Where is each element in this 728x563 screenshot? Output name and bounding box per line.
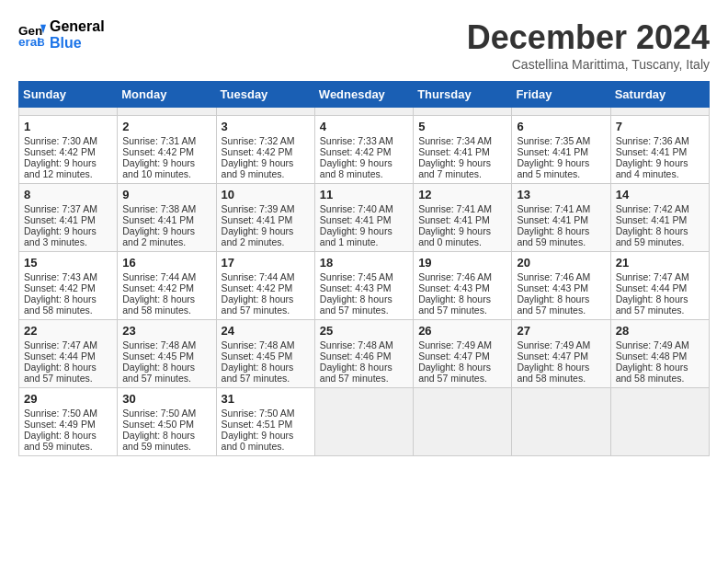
calendar-cell [414, 108, 512, 116]
day-info: Sunrise: 7:50 AM [122, 408, 210, 419]
weekday-header-wednesday: Wednesday [314, 82, 413, 108]
day-info: Daylight: 9 hours and 0 minutes. [222, 430, 310, 452]
day-info: Daylight: 9 hours and 10 minutes. [122, 157, 210, 179]
day-info: Sunrise: 7:50 AM [222, 408, 310, 419]
svg-text:B: B [38, 37, 45, 48]
calendar-cell [512, 108, 610, 116]
day-info: Daylight: 8 hours and 57 minutes. [24, 362, 112, 384]
weekday-header-tuesday: Tuesday [216, 82, 314, 108]
day-info: Sunset: 4:41 PM [24, 214, 112, 225]
day-number: 25 [320, 324, 408, 338]
calendar-cell [414, 388, 512, 456]
calendar-cell: 7Sunrise: 7:36 AMSunset: 4:41 PMDaylight… [610, 116, 709, 184]
day-number: 26 [418, 324, 506, 338]
day-number: 18 [320, 256, 408, 270]
day-number: 9 [122, 188, 210, 201]
calendar-cell: 15Sunrise: 7:43 AMSunset: 4:42 PMDayligh… [19, 252, 118, 320]
day-info: Sunrise: 7:41 AM [517, 203, 605, 214]
calendar-cell: 10Sunrise: 7:39 AMSunset: 4:41 PMDayligh… [216, 184, 314, 252]
calendar-cell: 26Sunrise: 7:49 AMSunset: 4:47 PMDayligh… [414, 320, 512, 388]
day-info: Sunrise: 7:48 AM [122, 339, 210, 350]
title-area: December 2024 Castellina Marittima, Tusc… [467, 18, 710, 72]
day-info: Daylight: 9 hours and 2 minutes. [222, 225, 310, 247]
day-number: 28 [616, 324, 704, 338]
day-info: Sunrise: 7:48 AM [320, 339, 408, 350]
calendar-cell: 17Sunrise: 7:44 AMSunset: 4:42 PMDayligh… [216, 252, 314, 320]
calendar-cell: 29Sunrise: 7:50 AMSunset: 4:49 PMDayligh… [19, 388, 118, 456]
day-info: Sunset: 4:41 PM [418, 146, 506, 157]
day-info: Sunrise: 7:47 AM [24, 339, 112, 350]
day-info: Sunset: 4:48 PM [616, 350, 704, 362]
day-info: Sunset: 4:47 PM [517, 350, 605, 362]
day-number: 6 [517, 120, 605, 133]
day-info: Sunrise: 7:39 AM [222, 203, 310, 214]
calendar-cell [610, 388, 709, 456]
day-info: Sunrise: 7:47 AM [616, 271, 704, 282]
day-info: Daylight: 8 hours and 58 minutes. [517, 362, 605, 384]
day-info: Sunrise: 7:36 AM [616, 135, 704, 146]
day-info: Sunrise: 7:48 AM [222, 339, 310, 350]
day-number: 29 [24, 392, 112, 406]
weekday-header-monday: Monday [118, 82, 216, 108]
day-number: 5 [418, 120, 506, 133]
day-info: Daylight: 9 hours and 2 minutes. [122, 225, 210, 247]
day-info: Daylight: 9 hours and 5 minutes. [517, 157, 605, 179]
calendar-cell: 4Sunrise: 7:33 AMSunset: 4:42 PMDaylight… [314, 116, 413, 184]
calendar-cell: 14Sunrise: 7:42 AMSunset: 4:41 PMDayligh… [610, 184, 709, 252]
day-number: 1 [24, 120, 112, 133]
calendar-cell: 1Sunrise: 7:30 AMSunset: 4:42 PMDaylight… [19, 116, 118, 184]
day-info: Daylight: 8 hours and 57 minutes. [222, 362, 310, 384]
day-number: 8 [24, 188, 112, 201]
month-title: December 2024 [467, 18, 710, 57]
day-info: Sunrise: 7:41 AM [418, 203, 506, 214]
calendar-table: SundayMondayTuesdayWednesdayThursdayFrid… [18, 81, 710, 456]
day-info: Sunrise: 7:31 AM [122, 135, 210, 146]
day-number: 12 [418, 188, 506, 201]
weekday-header-saturday: Saturday [610, 82, 709, 108]
day-number: 20 [517, 256, 605, 270]
calendar-cell: 20Sunrise: 7:46 AMSunset: 4:43 PMDayligh… [512, 252, 610, 320]
day-info: Sunrise: 7:49 AM [616, 339, 704, 350]
day-info: Sunset: 4:41 PM [418, 214, 506, 225]
calendar-cell: 30Sunrise: 7:50 AMSunset: 4:50 PMDayligh… [118, 388, 216, 456]
day-info: Sunset: 4:41 PM [222, 214, 310, 225]
day-info: Sunrise: 7:44 AM [122, 271, 210, 282]
day-number: 23 [122, 324, 210, 338]
day-number: 24 [222, 324, 310, 338]
day-info: Sunset: 4:42 PM [24, 146, 112, 157]
day-info: Sunset: 4:46 PM [320, 350, 408, 362]
calendar-cell: 23Sunrise: 7:48 AMSunset: 4:45 PMDayligh… [118, 320, 216, 388]
day-number: 30 [122, 392, 210, 406]
day-info: Sunrise: 7:49 AM [418, 339, 506, 350]
day-info: Sunrise: 7:35 AM [517, 135, 605, 146]
day-info: Daylight: 9 hours and 7 minutes. [418, 157, 506, 179]
day-info: Sunset: 4:42 PM [122, 282, 210, 293]
day-info: Daylight: 8 hours and 59 minutes. [24, 430, 112, 452]
calendar-header: SundayMondayTuesdayWednesdayThursdayFrid… [19, 82, 710, 108]
day-info: Sunset: 4:41 PM [517, 146, 605, 157]
logo-text-line2: Blue [50, 35, 105, 52]
day-info: Sunset: 4:41 PM [122, 214, 210, 225]
day-info: Sunset: 4:42 PM [320, 146, 408, 157]
day-info: Sunset: 4:44 PM [24, 350, 112, 362]
calendar-cell: 18Sunrise: 7:45 AMSunset: 4:43 PMDayligh… [314, 252, 413, 320]
day-info: Sunrise: 7:38 AM [122, 203, 210, 214]
calendar-cell [314, 388, 413, 456]
calendar-cell: 2Sunrise: 7:31 AMSunset: 4:42 PMDaylight… [118, 116, 216, 184]
day-info: Daylight: 9 hours and 4 minutes. [616, 157, 704, 179]
location-subtitle: Castellina Marittima, Tuscany, Italy [467, 57, 710, 72]
day-number: 3 [222, 120, 310, 133]
calendar-cell: 6Sunrise: 7:35 AMSunset: 4:41 PMDaylight… [512, 116, 610, 184]
calendar-week-3: 8Sunrise: 7:37 AMSunset: 4:41 PMDaylight… [19, 184, 710, 252]
calendar-cell: 31Sunrise: 7:50 AMSunset: 4:51 PMDayligh… [216, 388, 314, 456]
logo-text-line1: General [50, 18, 105, 35]
calendar-week-4: 15Sunrise: 7:43 AMSunset: 4:42 PMDayligh… [19, 252, 710, 320]
calendar-cell: 5Sunrise: 7:34 AMSunset: 4:41 PMDaylight… [414, 116, 512, 184]
day-info: Sunrise: 7:50 AM [24, 408, 112, 419]
day-info: Sunrise: 7:34 AM [418, 135, 506, 146]
day-info: Daylight: 9 hours and 12 minutes. [24, 157, 112, 179]
day-number: 31 [222, 392, 310, 406]
day-number: 7 [616, 120, 704, 133]
day-info: Sunset: 4:41 PM [616, 214, 704, 225]
day-info: Sunset: 4:42 PM [222, 146, 310, 157]
